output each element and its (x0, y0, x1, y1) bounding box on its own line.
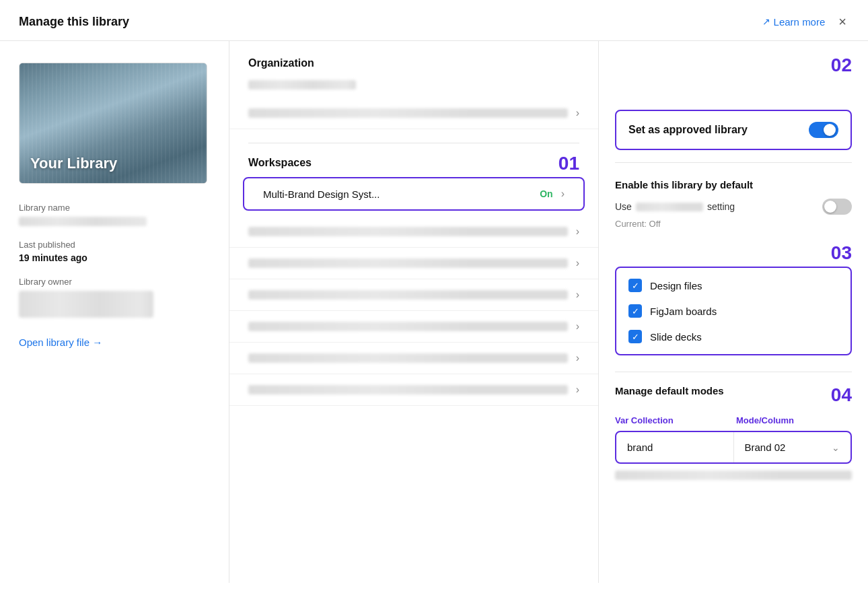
modes-section: Manage default modes 04 Var Collection M… (615, 384, 852, 480)
blurred-content-5 (248, 353, 568, 363)
setting-label: setting (707, 201, 735, 212)
chevron-icon-2: › (576, 225, 579, 238)
annotation-03-wrapper: 03 (615, 242, 852, 264)
figjam-row: ✓ FigJam boards (628, 304, 838, 318)
blurred-content-1 (248, 227, 568, 236)
dropdown-chevron-icon: ⌄ (832, 442, 840, 453)
main-content: Your Library Library name Last published… (0, 41, 868, 583)
enable-toggle-thumb (824, 201, 836, 213)
section-divider-1 (248, 143, 579, 143)
annotation-02-wrapper: 02 (615, 55, 852, 76)
organization-section: Organization (229, 57, 598, 90)
blurred-content-6 (248, 385, 568, 394)
org-list-item[interactable]: › (229, 98, 598, 129)
approved-toggle[interactable] (809, 122, 838, 138)
workspace-wrapper: 01 Multi-Brand Design Syst... On › (229, 177, 598, 211)
learn-more-label: Learn more (774, 16, 826, 28)
design-files-checkbox[interactable]: ✓ (628, 279, 642, 292)
brand-cell: brand (616, 432, 734, 462)
divider-2 (615, 372, 852, 372)
blurred-row-1[interactable]: › (229, 216, 598, 248)
library-owner-value (19, 291, 153, 318)
annotation-03: 03 (831, 242, 852, 264)
chevron-icon: › (576, 107, 579, 119)
figjam-checkbox[interactable]: ✓ (628, 304, 642, 318)
checkmark-icon: ✓ (632, 281, 639, 290)
slide-decks-label: Slide decks (650, 331, 702, 343)
design-files-label: Design files (650, 280, 702, 291)
modes-table-header: Var Collection Mode/Column (615, 415, 852, 425)
blurred-content-2 (248, 258, 568, 268)
organization-label: Organization (248, 57, 579, 69)
middle-panel: Organization › Workspaces 01 Multi-Brand… (229, 41, 599, 583)
chevron-icon-6: › (576, 352, 579, 364)
blurred-org-name (636, 203, 703, 211)
learn-more-link[interactable]: ↗ Learn more (762, 16, 826, 28)
library-name-label: Library name (19, 203, 210, 213)
workspace-item-label: Multi-Brand Design Syst... (263, 188, 379, 200)
blurred-row-6[interactable]: › (229, 374, 598, 406)
use-label: Use (615, 201, 632, 212)
figjam-label: FigJam boards (650, 306, 717, 317)
annotation-04: 04 (831, 384, 852, 406)
toggle-track (809, 122, 838, 138)
chevron-icon-4: › (576, 289, 579, 301)
thumbnail-label: Your Library (30, 155, 117, 172)
checkmark-icon-2: ✓ (632, 307, 639, 316)
divider-1 (615, 162, 852, 163)
chevron-icon-5: › (576, 320, 579, 333)
blurred-row-3[interactable]: › (229, 279, 598, 311)
mode-column-header: Mode/Column (736, 415, 852, 425)
current-off-label: Current: Off (615, 219, 852, 229)
brand-value: Brand 02 (745, 442, 786, 453)
design-files-row: ✓ Design files (628, 279, 838, 292)
workspace-item-right: On › (540, 188, 565, 200)
library-name-value (19, 217, 147, 226)
workspace-chevron-icon: › (561, 188, 565, 200)
workspace-status: On (540, 188, 552, 199)
slide-decks-row: ✓ Slide decks (628, 330, 838, 343)
blurred-content-4 (248, 322, 568, 331)
org-blurred-bar (248, 80, 356, 90)
blurred-row-5[interactable]: › (229, 343, 598, 374)
left-panel: Your Library Library name Last published… (0, 41, 229, 583)
library-thumbnail: Your Library (19, 63, 207, 184)
enable-toggle-track (822, 199, 852, 215)
enable-row: Use setting (615, 199, 852, 215)
toggle-thumb (824, 124, 836, 136)
right-panel: 02 Set as approved library Enable this l… (599, 41, 868, 583)
last-published-time: 19 minutes ago (19, 252, 210, 263)
blurred-row-4[interactable]: › (229, 311, 598, 343)
open-library-link[interactable]: Open library file → (19, 337, 210, 348)
modes-header: Manage default modes 04 (615, 384, 852, 406)
workspaces-label: Workspaces (229, 157, 598, 169)
header: Manage this library ↗ Learn more × (0, 0, 868, 41)
workspace-item[interactable]: Multi-Brand Design Syst... On › (243, 177, 585, 211)
org-row-content (248, 108, 568, 118)
last-published-label: Last published (19, 240, 210, 250)
approved-library-section: Set as approved library (615, 110, 852, 150)
enable-row-left: Use setting (615, 201, 735, 212)
close-button[interactable]: × (836, 13, 849, 30)
checkmark-icon-3: ✓ (632, 333, 639, 341)
library-owner-label: Library owner (19, 277, 210, 287)
enable-default-title: Enable this library by default (615, 179, 852, 190)
blurred-row-2[interactable]: › (229, 248, 598, 279)
approved-library-label: Set as approved library (628, 124, 748, 136)
annotation-01: 01 (558, 153, 579, 174)
checkboxes-section: ✓ Design files ✓ FigJam boards ✓ Slide d… (615, 267, 852, 355)
header-actions: ↗ Learn more × (762, 13, 849, 30)
blurred-content-3 (248, 290, 568, 300)
dialog-title: Manage this library (19, 15, 129, 29)
modes-blurred-row (615, 471, 852, 480)
slide-decks-checkbox[interactable]: ✓ (628, 330, 642, 343)
chevron-icon-7: › (576, 384, 579, 396)
modes-title: Manage default modes (615, 385, 724, 396)
brand-value-cell[interactable]: Brand 02 ⌄ (734, 432, 851, 462)
external-link-icon: ↗ (762, 16, 770, 27)
enable-default-section: Enable this library by default Use setti… (615, 179, 852, 229)
var-collection-header: Var Collection (615, 415, 731, 425)
enable-default-toggle[interactable] (822, 199, 852, 215)
chevron-icon-3: › (576, 257, 579, 269)
annotation-02: 02 (831, 55, 852, 76)
